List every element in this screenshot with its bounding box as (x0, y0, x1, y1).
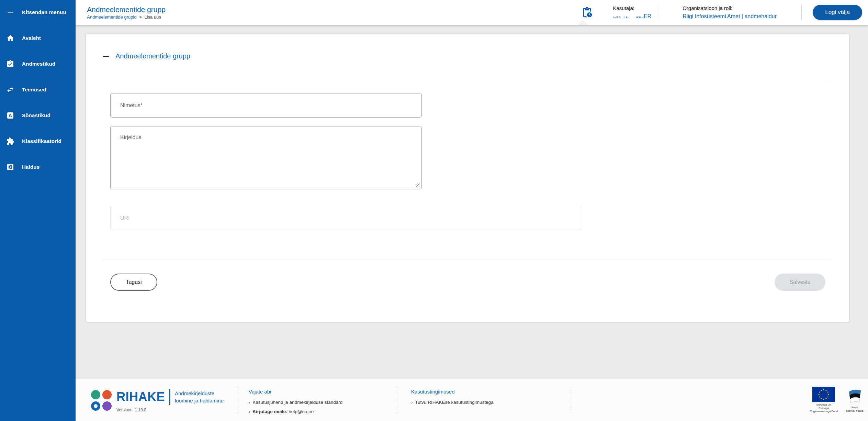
topbar-divider (801, 5, 802, 20)
sidebar-item-label: Avaleht (22, 35, 41, 41)
eu-flag-logo: Euroopa Liit Euroopa Regionaalarengu Fon… (810, 387, 838, 413)
sidebar-collapse-button[interactable]: Kitsendan menüü (0, 0, 76, 24)
svg-text:A: A (9, 113, 12, 118)
content-area: Andmeelementide grupp Tagasi Salvesta (76, 25, 868, 379)
user-block: Kasutaja: UR TE MBER (613, 5, 651, 20)
sidebar-item-teenused[interactable]: Teenused (0, 77, 76, 102)
sidebar-item-label: Sõnastikud (22, 112, 50, 118)
topbar-right: Kasutaja: UR TE MBER Organisatsioon ja r… (581, 5, 862, 20)
breadcrumb-separator: > (139, 14, 142, 20)
section-title: Andmeelementide grupp (115, 52, 190, 60)
home-icon (6, 34, 14, 42)
logo-circle-blue (91, 401, 100, 411)
uri-field (110, 206, 581, 230)
save-button[interactable]: Salvesta (775, 274, 825, 291)
uri-input[interactable] (111, 206, 581, 230)
brand-name: RIHAKE (116, 388, 165, 406)
description-field (110, 126, 422, 189)
section-header[interactable]: Andmeelementide grupp (103, 34, 832, 60)
back-button[interactable]: Tagasi (110, 274, 157, 291)
footer-help-block: Vajate abi ›Kasutusjuhend ja andmekirjel… (249, 389, 388, 416)
sidebar-collapse-label: Kitsendan menüü (22, 9, 66, 15)
rihake-logo-circles (91, 390, 112, 411)
topbar-divider (657, 5, 657, 20)
breadcrumb: Andmeelementide grupid > Lisa uus (87, 15, 166, 19)
clipboard-check-icon (6, 60, 14, 68)
resize-handle[interactable] (416, 184, 420, 187)
form-card: Andmeelementide grupp Tagasi Salvesta (86, 34, 849, 322)
version-text: Versioon: 1.18.0 (116, 408, 224, 412)
user-name: UR TE MBER (613, 13, 651, 20)
divider (103, 260, 832, 260)
sidebar-item-haldus[interactable]: Haldus (0, 154, 76, 180)
collapse-section-icon (103, 56, 109, 57)
org-block: Organisatsioon ja roll: Riigi Infosüstee… (683, 5, 796, 20)
sidebar-item-label: Klassifikaatorid (22, 138, 61, 144)
tooltip-arrow (578, 20, 588, 25)
swap-arrows-icon (6, 86, 14, 94)
footer-divider (239, 387, 239, 413)
logout-button[interactable]: Logi välja (813, 5, 862, 20)
help-link-manual[interactable]: ›Kasutusjuhend ja andmekirjelduse standa… (249, 398, 388, 407)
logo-circle-teal (91, 390, 100, 399)
breadcrumb-current: Lisa uus (144, 14, 161, 20)
redaction-mask (612, 12, 644, 16)
divider (103, 80, 832, 80)
logo-circle-purple (102, 401, 112, 411)
sidebar-item-label: Teenused (22, 87, 46, 92)
main-area: Andmeelementide grupp Andmeelementide gr… (76, 0, 868, 421)
sidebar-item-sonastikud[interactable]: A Sõnastikud (0, 102, 76, 128)
terms-title: Kasutustingimused (411, 389, 550, 395)
footer-divider (398, 387, 398, 413)
sidebar: Kitsendan menüü Avaleht Andmestikud Teen… (0, 0, 76, 421)
puzzle-icon (6, 137, 14, 145)
gear-box-icon (6, 163, 14, 171)
top-bar: Andmeelementide grupp Andmeelementide gr… (76, 0, 868, 25)
footer: RIHAKE Andmekirjelduste loomine ja halda… (76, 379, 868, 421)
rihake-logo: RIHAKE Andmekirjelduste loomine ja halda… (91, 388, 224, 412)
name-field (110, 93, 422, 118)
sidebar-item-label: Andmestikud (22, 61, 55, 67)
footer-divider (571, 387, 571, 413)
user-label: Kasutaja: (613, 5, 651, 11)
breadcrumb-parent-link[interactable]: Andmeelementide grupid (87, 14, 137, 20)
org-value: Riigi Infosüsteemi Amet | andmehaldur (683, 13, 796, 20)
sidebar-item-avaleht[interactable]: Avaleht (0, 25, 76, 51)
logo-circle-orange (102, 390, 112, 399)
brand-tagline: Andmekirjelduste loomine ja haldamine (175, 390, 224, 404)
name-input[interactable] (111, 93, 421, 117)
terms-link[interactable]: ›Tutvu RIHAKEse kasutustingimustega (411, 398, 550, 407)
actions-row: Tagasi Salvesta (110, 274, 825, 291)
sidebar-item-label: Haldus (22, 164, 40, 170)
collapse-menu-icon (6, 8, 14, 16)
page-title: Andmeelementide grupp (87, 6, 166, 13)
estonia-flag-logo: Eesti tuleviku heaks (845, 388, 865, 412)
help-link-email[interactable]: ›Kirjutage meile: help@ria.ee (249, 407, 388, 416)
letter-a-icon: A (6, 111, 14, 120)
title-block: Andmeelementide grupp Andmeelementide gr… (87, 6, 166, 19)
help-title: Vajate abi (249, 389, 388, 395)
sidebar-item-andmestikud[interactable]: Andmestikud (0, 51, 76, 77)
pending-actions-icon[interactable] (581, 6, 593, 19)
brand-divider (169, 389, 170, 405)
footer-terms-block: Kasutustingimused ›Tutvu RIHAKEse kasutu… (411, 389, 550, 407)
sidebar-item-klassifikaatorid[interactable]: Klassifikaatorid (0, 128, 76, 154)
org-label: Organisatsioon ja roll: (683, 5, 796, 11)
description-textarea[interactable] (111, 126, 421, 189)
